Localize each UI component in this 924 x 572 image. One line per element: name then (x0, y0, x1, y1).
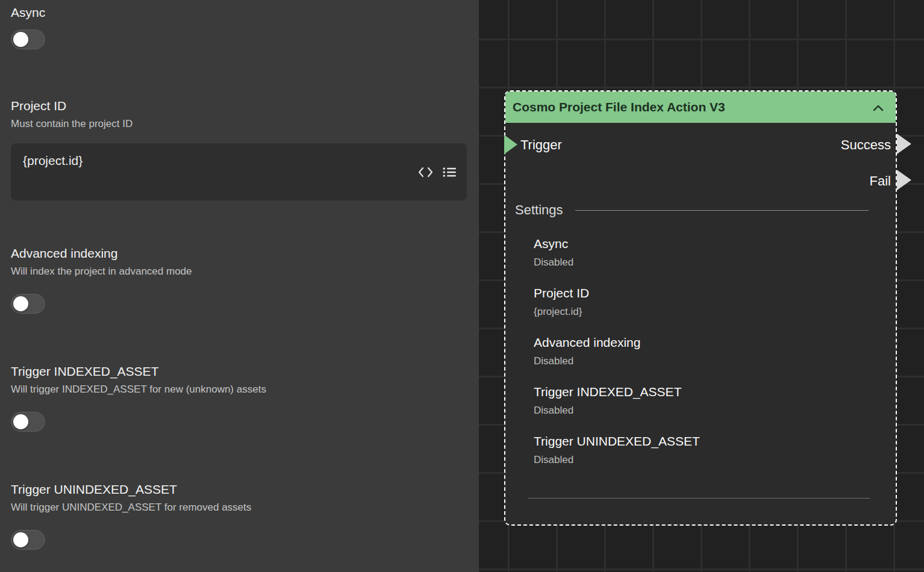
field-desc-trigger-unindexed-asset: Will trigger UNINDEXED_ASSET for removed… (11, 502, 467, 514)
toggle-knob (13, 296, 28, 311)
setting-value: Disabled (534, 405, 872, 417)
config-panel: Async Project ID Must contain the projec… (0, 0, 479, 572)
output-port-success: Success (841, 137, 891, 153)
input-port-trigger: Trigger (520, 137, 562, 153)
node-bottom-divider (528, 498, 870, 499)
list-icon[interactable] (443, 167, 456, 178)
toggle-knob (13, 532, 28, 547)
setting-label: Project ID (534, 285, 872, 300)
field-async: Async (11, 5, 467, 49)
field-label-advanced-indexing: Advanced indexing (11, 246, 467, 261)
node-card[interactable]: Cosmo Project File Index Action V3 Trigg… (504, 90, 897, 526)
success-port-arrow-icon[interactable] (897, 134, 911, 154)
input-icon-bar (418, 167, 456, 178)
project-id-value: {project.id} (23, 154, 455, 168)
setting-item-trigger-indexed-asset: Trigger INDEXED_ASSET Disabled (534, 384, 872, 417)
setting-item-advanced-indexing: Advanced indexing Disabled (534, 335, 872, 367)
settings-title: Settings (515, 202, 563, 218)
field-desc-advanced-indexing: Will index the project in advanced mode (11, 266, 467, 278)
toggle-knob (13, 414, 28, 429)
setting-value: {project.id} (534, 306, 872, 318)
setting-value: Disabled (534, 355, 872, 367)
async-toggle[interactable] (11, 30, 45, 49)
setting-item-async: Async Disabled (534, 236, 872, 269)
setting-label: Trigger INDEXED_ASSET (534, 384, 872, 399)
node-title: Cosmo Project File Index Action V3 (513, 100, 725, 114)
advanced-indexing-toggle[interactable] (11, 294, 45, 314)
node-body: Trigger Success Fail Settings Async Disa… (505, 123, 896, 524)
setting-label: Advanced indexing (534, 335, 872, 350)
field-trigger-unindexed-asset: Trigger UNINDEXED_ASSET Will trigger UNI… (11, 482, 467, 550)
field-desc-project-id: Must contain the project ID (11, 118, 467, 130)
field-label-async: Async (11, 5, 467, 20)
trigger-indexed-asset-toggle[interactable] (11, 412, 45, 432)
setting-value: Disabled (534, 256, 872, 269)
node-canvas[interactable]: Cosmo Project File Index Action V3 Trigg… (479, 0, 924, 572)
setting-item-trigger-unindexed-asset: Trigger UNINDEXED_ASSET Disabled (534, 434, 872, 466)
setting-value: Disabled (534, 454, 872, 466)
field-trigger-indexed-asset: Trigger INDEXED_ASSET Will trigger INDEX… (11, 364, 467, 432)
node-header[interactable]: Cosmo Project File Index Action V3 (505, 92, 896, 123)
trigger-unindexed-asset-toggle[interactable] (11, 530, 45, 550)
settings-divider (575, 210, 869, 211)
setting-item-project-id: Project ID {project.id} (534, 285, 872, 318)
field-advanced-indexing: Advanced indexing Will index the project… (11, 246, 467, 314)
output-port-fail: Fail (870, 173, 891, 189)
field-label-trigger-unindexed-asset: Trigger UNINDEXED_ASSET (11, 482, 467, 497)
field-label-project-id: Project ID (11, 98, 467, 113)
setting-label: Async (534, 236, 872, 251)
code-icon[interactable] (418, 167, 433, 178)
field-desc-trigger-indexed-asset: Will trigger INDEXED_ASSET for new (unkn… (11, 384, 467, 396)
chevron-up-icon[interactable] (873, 100, 884, 114)
fail-port-arrow-icon[interactable] (897, 170, 911, 190)
setting-label: Trigger UNINDEXED_ASSET (534, 434, 872, 449)
settings-list: Async Disabled Project ID {project.id} A… (534, 236, 872, 483)
input-port-arrow-icon[interactable] (504, 135, 517, 154)
toggle-knob (13, 32, 28, 47)
project-id-input[interactable]: {project.id} (11, 143, 467, 201)
field-project-id: Project ID Must contain the project ID {… (11, 98, 467, 201)
settings-section-header: Settings (515, 202, 869, 218)
field-label-trigger-indexed-asset: Trigger INDEXED_ASSET (11, 364, 467, 379)
